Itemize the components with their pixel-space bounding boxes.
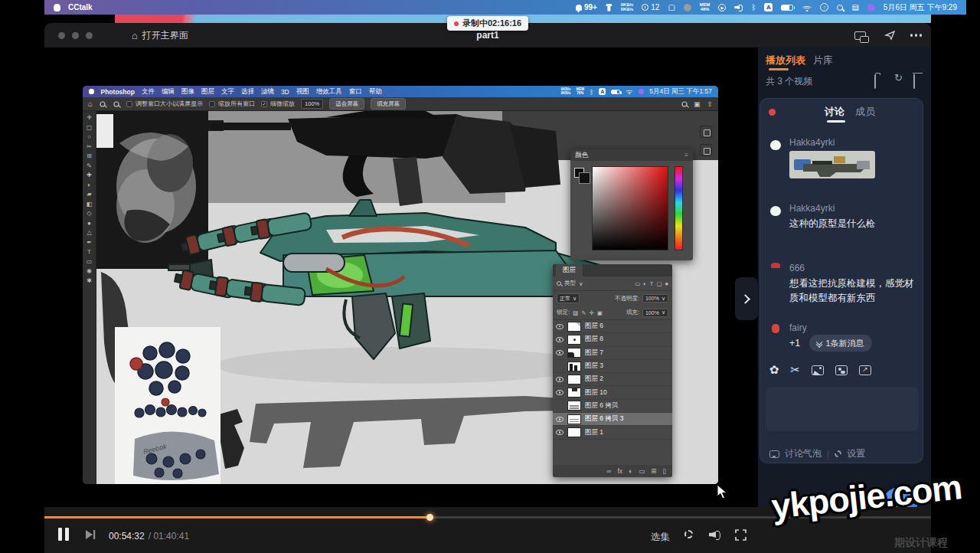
visibility-eye-icon[interactable] [556, 324, 564, 329]
collapsed-panel-icon[interactable] [700, 144, 712, 156]
maximize-button[interactable] [86, 32, 93, 39]
lock-position-icon[interactable]: ✛ [589, 309, 593, 316]
ps-option-zoom-all[interactable]: 缩放所有窗口 [209, 100, 255, 108]
memory-indicator[interactable]: MEM48% [700, 3, 710, 12]
fill-select[interactable]: 100%∨ [642, 309, 668, 317]
ps-tool-icon[interactable]: ◇ [84, 210, 95, 217]
ps-apple-logo-icon[interactable] [89, 89, 94, 95]
layer-thumbnail[interactable] [567, 362, 581, 371]
delete-layer-icon[interactable]: ▯ [662, 467, 666, 475]
ps-tool-icon[interactable]: ▢ [84, 124, 95, 131]
close-button[interactable] [58, 32, 65, 39]
minimize-button[interactable] [72, 32, 79, 39]
share-bubble-icon[interactable] [859, 365, 871, 375]
layer-row[interactable]: 图层 2 [553, 373, 672, 386]
layers-search-icon[interactable] [557, 281, 561, 286]
ps-search-icon[interactable] [681, 101, 687, 106]
ps-menu-type[interactable]: 文字 [221, 87, 234, 97]
pause-button[interactable] [65, 528, 69, 541]
foreground-color-swatch[interactable] [574, 168, 584, 178]
tank-top-icon[interactable] [606, 4, 612, 11]
ps-menu-view[interactable]: 视图 [296, 87, 309, 97]
filter-adjust-icon[interactable]: ◐ [643, 280, 647, 287]
ps-tool-icon[interactable]: △ [84, 229, 95, 236]
visibility-eye-icon[interactable] [556, 390, 564, 395]
scissors-icon[interactable]: ✂ [791, 364, 801, 376]
layer-thumbnail[interactable] [567, 427, 581, 437]
adobe-cc-icon[interactable] [684, 4, 691, 11]
visibility-eye-icon[interactable] [556, 350, 564, 355]
layer-thumbnail[interactable] [567, 348, 581, 358]
bubble-toggle[interactable]: 讨论气泡 [785, 447, 822, 460]
window-manager-icon[interactable]: ▢ [668, 4, 675, 11]
ps-tool-icon[interactable]: ✛ [84, 114, 95, 121]
ps-option-scrubby-zoom[interactable]: ✓细微缩放 [261, 100, 295, 108]
ps-tool-icon[interactable]: ▭ [84, 258, 95, 265]
ps-tool-icon[interactable]: ○ [84, 133, 95, 140]
trash-icon[interactable] [913, 74, 915, 89]
ps-menu-3d[interactable]: 3D [281, 88, 289, 96]
more-options-icon[interactable] [915, 34, 917, 36]
image-upload-icon[interactable] [812, 365, 824, 375]
ps-color-panel-title[interactable]: 颜色 [575, 151, 588, 160]
ps-menu-image[interactable]: 图像 [181, 87, 194, 97]
new-layer-icon[interactable]: ⊞ [651, 467, 656, 475]
ps-workspace-icon[interactable]: ▣ [694, 100, 701, 108]
ps-menu-help[interactable]: 帮助 [369, 87, 382, 97]
next-episode-button[interactable] [84, 529, 96, 540]
video-player-area[interactable]: Photoshop 文件 编辑 图像 图层 文字 选择 滤镜 3D 视图 增效工… [44, 47, 758, 507]
new-message-pill[interactable]: 1条新消息 [809, 335, 872, 352]
ps-menu-layer[interactable]: 图层 [201, 87, 214, 97]
layer-row[interactable]: 图层 6 拷贝 [553, 400, 672, 413]
ps-tool-icon[interactable]: ✱ [84, 277, 95, 284]
progress-knob[interactable] [426, 514, 433, 521]
sticker-icon[interactable] [835, 365, 848, 375]
ps-home-icon[interactable]: ⌂ [88, 100, 93, 108]
layers-tab[interactable]: 图层 [556, 264, 583, 276]
visibility-eye-icon[interactable] [556, 430, 564, 435]
layer-thumbnail[interactable] [567, 414, 581, 424]
ps-zoom-tool-icon[interactable] [100, 101, 105, 106]
ps-tool-icon[interactable]: ✂ [84, 143, 95, 150]
ps-zoom-value[interactable]: 100% [301, 99, 323, 109]
menubar-datetime[interactable]: 5月6日 周五 下午9:29 [884, 2, 957, 13]
ps-tool-icon[interactable]: ● [84, 220, 95, 227]
filter-type-icon[interactable]: T [650, 280, 654, 287]
layer-thumbnail[interactable] [567, 388, 581, 398]
layer-row[interactable]: 图层 10 [553, 386, 672, 399]
ps-menu-edit[interactable]: 编辑 [162, 87, 175, 97]
layer-row[interactable]: 图层 1 [553, 426, 672, 439]
hue-slider[interactable] [675, 166, 683, 250]
spotlight-search-icon[interactable] [837, 5, 843, 11]
visibility-empty[interactable] [556, 364, 564, 369]
blend-mode-select[interactable]: 正常∨ [557, 293, 580, 303]
notification-bell[interactable]: 99+ [576, 3, 597, 11]
flower-emote-icon[interactable]: ✿ [769, 364, 779, 376]
layer-thumbnail[interactable] [567, 375, 581, 384]
lock-transparent-icon[interactable]: ▨ [573, 309, 578, 316]
link-layers-icon[interactable]: ∞ [606, 467, 611, 475]
layer-row[interactable]: 图层 8 [553, 333, 672, 346]
ps-tool-icon[interactable]: ⊞ [84, 152, 95, 159]
visibility-eye-icon[interactable] [556, 337, 564, 342]
lock-pixels-icon[interactable]: ✎ [581, 309, 586, 316]
ps-menu-window[interactable]: 窗口 [349, 87, 362, 97]
layer-row[interactable]: 图层 7 [553, 347, 672, 360]
visibility-empty[interactable] [556, 403, 564, 408]
player-volume-icon[interactable] [709, 529, 720, 540]
ps-tool-icon[interactable]: T [84, 248, 95, 255]
filter-pixel-icon[interactable]: ▭ [635, 280, 640, 287]
ps-menu-plugins[interactable]: 增效工具 [316, 87, 342, 97]
ps-tool-icon[interactable]: ✚ [84, 172, 95, 178]
raycast-icon[interactable] [867, 4, 875, 11]
ps-zoom-in-icon[interactable] [113, 101, 119, 106]
layer-thumbnail[interactable] [567, 335, 581, 345]
fullscreen-icon[interactable] [735, 529, 746, 541]
play-circle-icon[interactable]: ▶ [718, 4, 726, 11]
layers-filter-label[interactable]: 类型 [564, 280, 576, 287]
net-speed-indicator[interactable]: 0KB/s0KB/s [621, 3, 633, 12]
filter-smart-icon[interactable]: ● [665, 280, 668, 287]
ps-tool-icon[interactable]: ◐ [84, 182, 95, 188]
ps-menu-select[interactable]: 选择 [241, 87, 254, 97]
dropdown-icon[interactable]: ∨ [579, 280, 583, 287]
